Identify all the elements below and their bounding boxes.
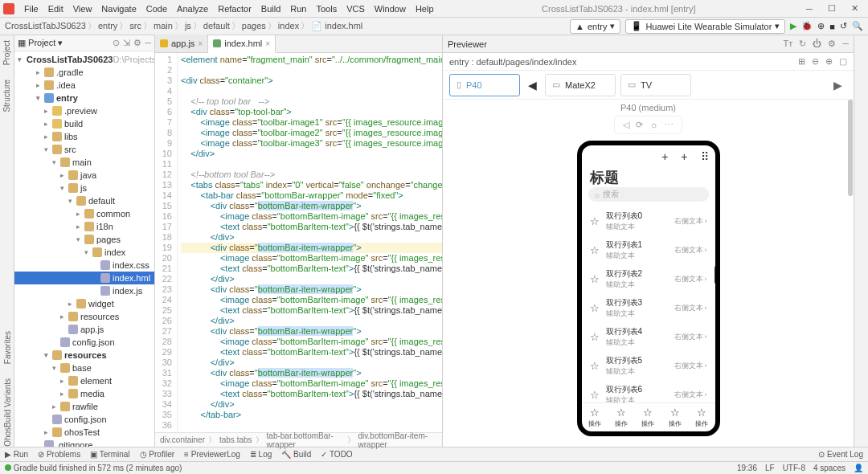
- editor-code[interactable]: <element name="fragment_main" src="../..…: [178, 53, 442, 432]
- rotate-icon[interactable]: ⟳: [636, 120, 643, 130]
- editor-tab[interactable]: app.js×: [155, 35, 208, 52]
- expand-all-icon[interactable]: ⇲: [123, 38, 130, 48]
- list-item[interactable]: ☆双行列表2辅助文本右侧文本›: [582, 264, 715, 293]
- refresh-icon[interactable]: ↻: [799, 39, 806, 49]
- tree-node[interactable]: ▸i18n: [14, 220, 154, 233]
- tree-node[interactable]: .gitignore: [14, 439, 154, 447]
- menu-vcs[interactable]: VCS: [342, 4, 370, 14]
- tree-node[interactable]: config.json: [14, 413, 154, 426]
- more-icon[interactable]: ⋯: [665, 120, 674, 130]
- tree-node[interactable]: ▸widget: [14, 297, 154, 310]
- inspections-icon[interactable]: 👤: [854, 464, 863, 472]
- tree-node[interactable]: ▸.idea: [14, 79, 154, 92]
- menu-refactor[interactable]: Refactor: [213, 4, 256, 14]
- terminal-tab[interactable]: ▣ Terminal: [90, 450, 129, 459]
- menu-edit[interactable]: Edit: [43, 4, 68, 14]
- tree-node[interactable]: ▸java: [14, 169, 154, 182]
- bottom-tab-item[interactable]: ☆操作: [669, 407, 682, 428]
- tree-node[interactable]: config.json: [14, 336, 154, 349]
- add-icon-2[interactable]: +: [681, 150, 687, 163]
- tree-node[interactable]: ▸resources: [14, 310, 154, 323]
- list-item[interactable]: ☆双行列表3辅助文本右侧文本›: [582, 293, 715, 322]
- add-icon[interactable]: +: [661, 150, 668, 163]
- select-opened-file-icon[interactable]: ⊙: [113, 38, 120, 48]
- list-item[interactable]: ☆双行列表6辅助文本右侧文本›: [582, 380, 715, 402]
- zoom-out-icon[interactable]: ⊖: [812, 56, 819, 67]
- list-item[interactable]: ☆双行列表5辅助文本右侧文本›: [582, 351, 715, 380]
- search-icon[interactable]: 🔍: [852, 21, 863, 31]
- status-line-ending[interactable]: LF: [765, 464, 775, 472]
- structure-tool-tab[interactable]: Structure: [2, 80, 11, 112]
- reset-zoom-icon[interactable]: ▢: [839, 56, 847, 67]
- tree-node[interactable]: ▾main: [14, 156, 154, 169]
- run-config-selector[interactable]: ▲ entry ▾: [570, 19, 620, 34]
- problems-tab[interactable]: ⊘ Problems: [38, 450, 80, 459]
- device-prev-icon[interactable]: ◀: [525, 79, 540, 92]
- menu-navigate[interactable]: Navigate: [96, 4, 141, 14]
- menu-code[interactable]: Code: [141, 4, 172, 14]
- tree-node[interactable]: index.hml: [14, 272, 154, 284]
- tree-node[interactable]: ▾resources: [14, 349, 154, 362]
- more-dots-icon[interactable]: ⠿: [701, 150, 709, 163]
- run-tab[interactable]: ▶ Run: [5, 450, 28, 459]
- project-view-selector[interactable]: ▦ Project ▾: [18, 38, 63, 48]
- tree-mode-icon[interactable]: Tт: [783, 39, 792, 49]
- previewer-scrollbar[interactable]: [848, 100, 853, 196]
- project-tree[interactable]: ▾CrossListTabJS0623 D:\Projects\Temp\Cr▸…: [14, 51, 154, 447]
- menu-run[interactable]: Run: [285, 4, 311, 14]
- maximize-button[interactable]: ☐: [821, 2, 842, 16]
- sync-button[interactable]: ↺: [840, 21, 847, 31]
- status-indent[interactable]: 4 spaces: [813, 464, 845, 472]
- bottom-tab-item[interactable]: ☆操作: [695, 407, 708, 428]
- tree-node[interactable]: ▾index: [14, 246, 154, 259]
- bottom-tab-item[interactable]: ☆操作: [588, 407, 601, 428]
- favorites-tool-tab[interactable]: Favorites: [3, 331, 12, 364]
- build-tab[interactable]: 🔨 Build: [281, 450, 311, 459]
- tree-node[interactable]: ▸libs: [14, 130, 154, 143]
- close-button[interactable]: ✕: [844, 2, 865, 16]
- phone-list[interactable]: ☆双行列表0辅助文本右侧文本›☆双行列表1辅助文本右侧文本›☆双行列表2辅助文本…: [582, 206, 715, 402]
- tree-node[interactable]: ▸element: [14, 374, 154, 387]
- menu-build[interactable]: Build: [256, 4, 285, 14]
- hide-icon[interactable]: ─: [842, 39, 849, 49]
- power-icon[interactable]: ⏻: [813, 39, 821, 49]
- tree-node[interactable]: index.css: [14, 259, 154, 272]
- tree-node[interactable]: ▾src: [14, 143, 154, 156]
- tree-node[interactable]: ▸.gradle: [14, 66, 154, 79]
- todo-tab[interactable]: ✓ TODO: [321, 450, 352, 459]
- tree-node[interactable]: ▾default: [14, 194, 154, 207]
- menu-file[interactable]: File: [19, 4, 43, 14]
- code-breadcrumb[interactable]: div.container 〉 tabs.tabs 〉 tab-bar.bott…: [155, 432, 442, 447]
- device-tab-tv[interactable]: ▭TV: [620, 74, 691, 96]
- coverage-button[interactable]: ⊕: [817, 21, 825, 31]
- grid-icon[interactable]: ⊞: [798, 56, 805, 67]
- build-variants-tool-tab[interactable]: OhosBuild Variants: [3, 378, 12, 447]
- settings-icon[interactable]: ⚙: [133, 38, 141, 48]
- tree-node[interactable]: ▾base: [14, 362, 154, 374]
- menu-help[interactable]: Help: [411, 4, 439, 14]
- minimize-button[interactable]: ─: [799, 2, 820, 16]
- menu-tools[interactable]: Tools: [311, 4, 342, 14]
- profiler-tab[interactable]: ◷ Profiler: [140, 450, 174, 459]
- stop-button[interactable]: ■: [829, 22, 835, 31]
- tree-node[interactable]: ▸build: [14, 117, 154, 130]
- project-tool-tab[interactable]: Project: [2, 40, 11, 65]
- tree-node[interactable]: ▾pages: [14, 233, 154, 246]
- menu-analyze[interactable]: Analyze: [172, 4, 213, 14]
- menu-window[interactable]: Window: [370, 4, 411, 14]
- zoom-in-icon[interactable]: ⊕: [825, 56, 833, 67]
- code-editor[interactable]: 1234567891011121314151617181920212223242…: [155, 53, 442, 432]
- tree-node[interactable]: app.js: [14, 323, 154, 336]
- bottom-tab-item[interactable]: ☆操作: [615, 407, 628, 428]
- tree-node[interactable]: ▸common: [14, 207, 154, 220]
- tree-root[interactable]: ▾CrossListTabJS0623 D:\Projects\Temp\Cr: [14, 53, 154, 66]
- tree-node[interactable]: ▾entry: [14, 92, 154, 104]
- tree-node[interactable]: ▸.preview: [14, 104, 154, 117]
- tree-node[interactable]: ▾js: [14, 182, 154, 194]
- device-selector[interactable]: 📱 Huawei Lite Wearable Simulator ▾: [625, 19, 785, 34]
- device-tab-matex2[interactable]: ▭MateX2: [545, 74, 616, 96]
- editor-tab[interactable]: index.hml×: [208, 35, 276, 53]
- menu-view[interactable]: View: [68, 4, 97, 14]
- list-item[interactable]: ☆双行列表0辅助文本右侧文本›: [582, 206, 715, 235]
- theme-icon[interactable]: ☼: [649, 120, 657, 130]
